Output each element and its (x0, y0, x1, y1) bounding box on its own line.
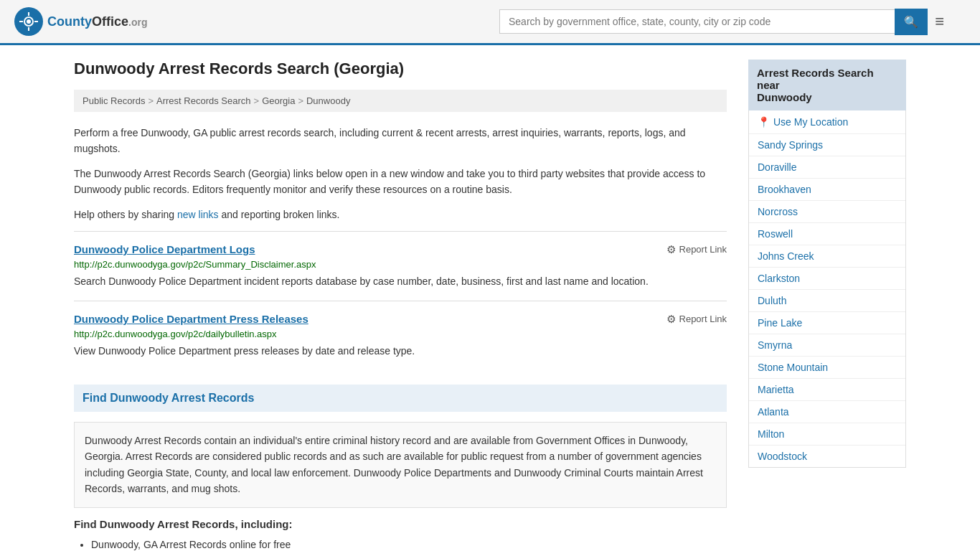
report-icon-2: ⚙ (666, 313, 676, 326)
report-link-2[interactable]: ⚙ Report Link (666, 313, 727, 326)
find-section-heading: Find Dunwoody Arrest Records (74, 385, 727, 412)
menu-icon: ≡ (935, 12, 944, 30)
report-link-1[interactable]: ⚙ Report Link (666, 243, 727, 256)
desc3-before: Help others by sharing (74, 209, 177, 220)
header: CountyOffice.org 🔍 ≡ (0, 0, 980, 45)
sidebar-item-pine-lake[interactable]: Pine Lake (749, 312, 905, 334)
sidebar-item-brookhaven[interactable]: Brookhaven (749, 179, 905, 201)
sidebar-title-line2: Dunwoody (757, 91, 812, 103)
logo-office: Office (92, 14, 128, 29)
description-1: Perform a free Dunwoody, GA public arres… (74, 125, 727, 157)
breadcrumb-georgia[interactable]: Georgia (262, 95, 295, 106)
sidebar-item-norcross[interactable]: Norcross (749, 201, 905, 223)
sidebar-title: Arrest Records Search near Dunwoody (748, 60, 906, 110)
report-label-2: Report Link (679, 314, 727, 324)
sidebar-links: 📍 Use My Location Sandy Springs Doravill… (748, 110, 906, 468)
new-links-link[interactable]: new links (177, 209, 219, 220)
use-my-location[interactable]: 📍 Use My Location (749, 110, 905, 134)
sidebar: Arrest Records Search near Dunwoody 📍 Us… (748, 60, 906, 551)
bullet-item-1: Dunwoody, GA Arrest Records online for f… (91, 536, 727, 551)
find-info-box: Dunwoody Arrest Records contain an indiv… (74, 422, 727, 508)
logo-area: CountyOffice.org (14, 7, 147, 36)
description-2: The Dunwoody Arrest Records Search (Geor… (74, 166, 727, 198)
report-label-1: Report Link (679, 244, 727, 255)
sidebar-item-stone-mountain[interactable]: Stone Mountain (749, 357, 905, 379)
resource-url-1: http://p2c.dunwoodyga.gov/p2c/Summary_Di… (74, 259, 727, 270)
report-icon-1: ⚙ (666, 243, 676, 256)
resource-title-2[interactable]: Dunwoody Police Department Press Release… (74, 313, 308, 325)
resource-item-2: Dunwoody Police Department Press Release… (74, 301, 727, 370)
sidebar-item-marietta[interactable]: Marietta (749, 379, 905, 401)
resource-desc-1: Search Dunwoody Police Department incide… (74, 274, 727, 289)
description-3: Help others by sharing new links and rep… (74, 207, 727, 222)
find-sub-heading: Find Dunwoody Arrest Records, including: (74, 518, 727, 530)
main-container: Dunwoody Arrest Records Search (Georgia)… (60, 45, 920, 551)
pin-icon: 📍 (758, 116, 770, 128)
resource-desc-2: View Dunwoody Police Department press re… (74, 344, 727, 359)
sidebar-title-line1: Arrest Records Search near (757, 67, 874, 91)
breadcrumb-public-records[interactable]: Public Records (83, 95, 145, 106)
sidebar-item-clarkston[interactable]: Clarkston (749, 268, 905, 290)
sidebar-item-woodstock[interactable]: Woodstock (749, 446, 905, 467)
bullet-list: Dunwoody, GA Arrest Records online for f… (74, 536, 727, 551)
search-button[interactable]: 🔍 (895, 9, 928, 35)
resource-header-2: Dunwoody Police Department Press Release… (74, 313, 727, 326)
desc3-after: and reporting broken links. (219, 209, 340, 220)
breadcrumb-dunwoody: Dunwoody (306, 95, 350, 106)
resource-title-1[interactable]: Dunwoody Police Department Logs (74, 243, 255, 255)
content-area: Dunwoody Arrest Records Search (Georgia)… (74, 60, 727, 551)
resource-url-2: http://p2c.dunwoodyga.gov/p2c/dailybulle… (74, 329, 727, 339)
sidebar-item-johns-creek[interactable]: Johns Creek (749, 245, 905, 268)
logo-county: County (47, 14, 92, 29)
svg-point-6 (27, 19, 31, 24)
breadcrumb-arrest-records[interactable]: Arrest Records Search (156, 95, 251, 106)
sidebar-item-duluth[interactable]: Duluth (749, 290, 905, 312)
logo-icon (14, 7, 43, 36)
breadcrumb-sep-3: > (298, 95, 303, 106)
sidebar-item-atlanta[interactable]: Atlanta (749, 401, 905, 423)
breadcrumb-sep-1: > (148, 95, 154, 106)
sidebar-item-milton[interactable]: Milton (749, 423, 905, 446)
sidebar-item-sandy-springs[interactable]: Sandy Springs (749, 134, 905, 156)
page-title: Dunwoody Arrest Records Search (Georgia) (74, 60, 727, 78)
sidebar-item-roswell[interactable]: Roswell (749, 223, 905, 245)
breadcrumb: Public Records > Arrest Records Search >… (74, 90, 727, 112)
search-area: 🔍 ≡ (499, 9, 944, 35)
menu-button[interactable]: ≡ (935, 12, 944, 31)
logo-org: .org (128, 17, 147, 28)
sidebar-item-doraville[interactable]: Doraville (749, 156, 905, 179)
logo-text: CountyOffice.org (47, 14, 147, 29)
sidebar-item-smyrna[interactable]: Smyrna (749, 334, 905, 357)
resource-header-1: Dunwoody Police Department Logs ⚙ Report… (74, 243, 727, 256)
breadcrumb-sep-2: > (254, 95, 260, 106)
location-label: Use My Location (773, 116, 848, 128)
search-input[interactable] (499, 9, 895, 34)
search-icon: 🔍 (904, 16, 918, 28)
resource-item-1: Dunwoody Police Department Logs ⚙ Report… (74, 231, 727, 301)
